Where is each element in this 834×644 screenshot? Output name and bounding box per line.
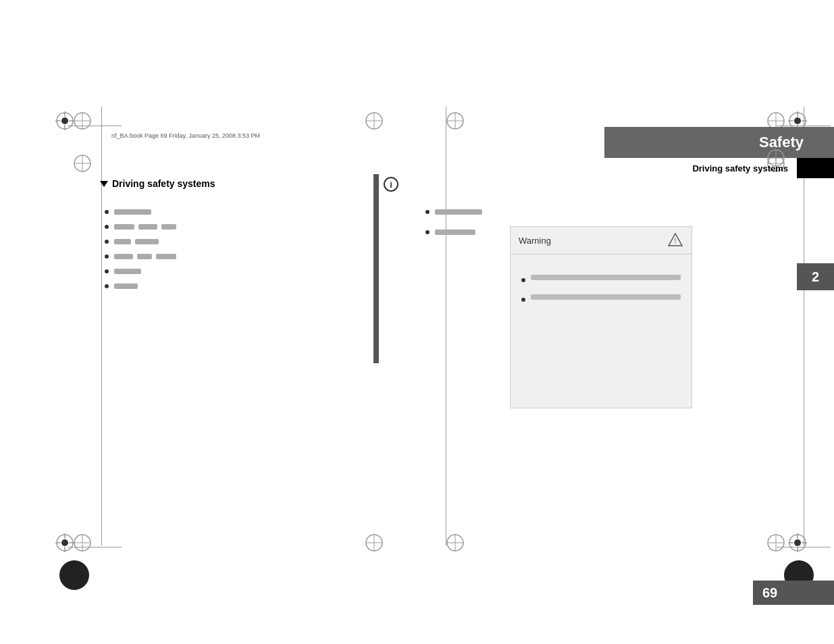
reg-mark-bot-left-inner	[73, 533, 92, 552]
bullet-dot-6	[105, 284, 109, 288]
bullet-lines-5	[114, 269, 141, 274]
driving-safety-black-tab	[797, 158, 834, 178]
warning-bullet-dot-2	[521, 298, 525, 302]
reg-mark-top-center-right	[446, 111, 465, 130]
file-info: nf_BA.book Page 69 Friday, January 25, 2…	[111, 132, 260, 139]
chapter-tab: 2	[797, 263, 834, 290]
line-seg	[161, 224, 176, 230]
svg-point-28	[794, 117, 801, 124]
mid-bullet-line-1	[435, 209, 482, 215]
line-seg	[114, 224, 134, 230]
line-seg	[114, 269, 141, 274]
warning-bullet-dot-1	[521, 278, 525, 282]
left-bullet-list	[105, 209, 176, 298]
h-line-left-bot	[68, 547, 122, 547]
left-bullet-item-1	[105, 209, 176, 215]
mid-bullet-line-2	[435, 230, 475, 235]
bullet-lines-4	[114, 254, 176, 259]
bullet-lines-2	[114, 224, 176, 230]
mid-bullet-item-1	[425, 209, 482, 215]
left-bullet-item-2	[105, 224, 176, 230]
svg-point-13	[61, 539, 68, 546]
info-icon: i	[384, 177, 398, 192]
bullet-dot-5	[105, 269, 109, 273]
bullet-lines-3	[114, 239, 159, 244]
warning-bullet-2	[521, 294, 681, 302]
warning-bullet-line-2	[531, 294, 681, 300]
reg-mark-top-left-outer	[55, 111, 74, 130]
bullet-dot-2	[105, 225, 109, 229]
mid-bullet-dot-1	[425, 210, 429, 214]
line-seg	[114, 284, 138, 289]
line-seg	[137, 254, 152, 259]
warning-triangle-icon: !	[667, 232, 683, 248]
safety-header-bar: Safety	[604, 127, 834, 158]
info-icon-container: i	[384, 177, 398, 194]
reg-mark-top-left-inner	[73, 111, 92, 130]
warning-box: Warning !	[510, 226, 692, 408]
mid-bullet-list	[425, 209, 482, 250]
bullet-dot-3	[105, 240, 109, 244]
reg-mark-bot-right-inner	[766, 533, 785, 552]
vc-right-left	[446, 107, 446, 545]
reg-mark-bot-center-left	[365, 533, 384, 552]
warning-box-header: Warning !	[511, 227, 692, 254]
bullet-dot-4	[105, 254, 109, 259]
left-bullet-item-6	[105, 284, 176, 289]
left-bullet-item-4	[105, 254, 176, 259]
line-seg	[135, 239, 159, 244]
reg-mark-top-center-left	[365, 111, 384, 130]
chapter-number: 2	[812, 269, 819, 285]
h-line-left-top	[68, 126, 122, 126]
section-heading-text: Driving safety systems	[112, 178, 215, 189]
left-bullet-item-5	[105, 269, 176, 274]
center-line-left	[101, 107, 102, 545]
bullet-lines-1	[114, 209, 151, 215]
line-seg	[138, 224, 157, 230]
line-seg	[156, 254, 176, 259]
bullet-lines-6	[114, 284, 138, 289]
mid-bullet-dot-2	[425, 230, 429, 234]
reg-mark-bot-center-right	[446, 533, 465, 552]
h-line-right-bot	[777, 547, 831, 547]
bullet-dot-1	[105, 210, 109, 214]
line-seg	[114, 239, 131, 244]
svg-point-1	[61, 117, 68, 124]
left-bullet-item-3	[105, 239, 176, 244]
triangle-down-icon	[100, 181, 108, 187]
mid-bullet-item-2	[425, 230, 482, 235]
svg-text:!: !	[675, 238, 677, 245]
line-seg	[114, 254, 133, 259]
reg-mark-bot-left-outer	[55, 533, 74, 552]
svg-point-40	[794, 539, 801, 546]
warning-body	[511, 254, 692, 323]
line-seg	[114, 209, 151, 215]
page-number-text: 69	[762, 585, 777, 601]
info-sidebar-bar	[373, 174, 379, 363]
section-heading: Driving safety systems	[100, 178, 215, 189]
reg-mark-safety-right	[766, 149, 785, 167]
warning-bullet-1	[521, 275, 681, 282]
warning-bullet-line-1	[531, 275, 681, 280]
page-number-footer: 69	[753, 581, 834, 605]
vline-cap-top-left	[101, 107, 102, 112]
warning-label: Warning	[519, 236, 551, 246]
driving-safety-header: Driving safety systems	[604, 158, 834, 178]
reg-mark-mid-left	[73, 154, 92, 173]
reg-mark-bot-left-circle	[59, 560, 89, 590]
